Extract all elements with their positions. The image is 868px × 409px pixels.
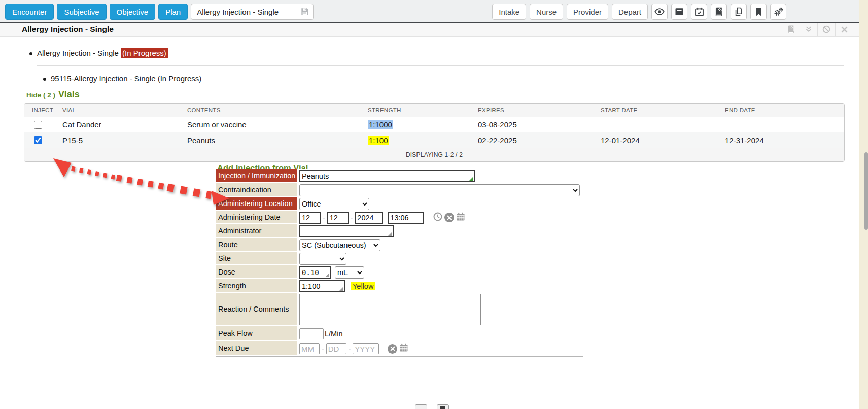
administering-date-year-input[interactable] (355, 212, 383, 224)
route-select[interactable]: SC (Subcutaneous) (299, 239, 380, 251)
next-due-month-input[interactable] (299, 343, 320, 354)
bottom-partial-button[interactable] (415, 404, 427, 409)
col-start-date[interactable]: START DATE (601, 107, 725, 113)
objective-button[interactable]: Objective (110, 4, 156, 20)
calendar-icon[interactable] (456, 212, 466, 224)
vial-contents: Serum or vaccine (187, 120, 368, 129)
route-label: Route (216, 238, 297, 252)
administrator-input[interactable] (299, 225, 394, 237)
contraindication-label: Contraindication (216, 183, 297, 197)
site-select[interactable] (299, 253, 346, 265)
encounter-list-item: Allergy Injection - Single (In Progress) (37, 49, 168, 57)
vials-legend-line (87, 96, 845, 96)
vials-legend: Vials (58, 89, 80, 100)
date-separator: - (322, 345, 324, 353)
panel-header-icons (782, 23, 853, 36)
contraindication-select[interactable] (299, 184, 580, 196)
injection-immunization-label: Injection / Immunization (216, 169, 297, 183)
page-title: Allergy Injection - Single (22, 25, 114, 34)
vial-row-p15-5: P15-5 Peanuts 1:100 02-22-2025 12-01-202… (24, 132, 844, 148)
save-icon[interactable] (300, 7, 310, 18)
date-separator: - (351, 214, 353, 222)
vial-strength-highlighted: 1:1000 (368, 120, 393, 129)
date-separator: - (323, 214, 325, 222)
status-badge: (In Progress) (121, 48, 168, 58)
col-expires[interactable]: EXPIRES (478, 107, 601, 113)
clear-date-icon[interactable] (444, 213, 454, 222)
list-divider (37, 65, 844, 66)
strength-label: Strength (216, 279, 297, 293)
strength-input[interactable] (299, 280, 345, 292)
vial-row-cat-dander: Cat Dander Serum or vaccine 1:1000 03-08… (24, 117, 844, 132)
bookmark-icon[interactable] (750, 4, 767, 20)
form-panel-header: Allergy Injection - Single (0, 23, 859, 37)
next-due-calendar-icon[interactable] (399, 343, 409, 355)
vial-name: Cat Dander (62, 120, 187, 129)
encounter-button[interactable]: Encounter (5, 4, 54, 20)
settings-gears-icon[interactable] (770, 4, 786, 20)
intake-button[interactable]: Intake (492, 4, 526, 20)
encounter-sub-item-text: 95115-Allergy Injection - Single (In Pro… (51, 74, 201, 83)
vials-table: INJECT VIAL CONTENTS STRENGTH EXPIRES ST… (24, 103, 845, 162)
site-label: Site (216, 252, 297, 265)
administering-location-select[interactable]: Office (299, 198, 369, 210)
inject-checkbox-cat-dander[interactable] (34, 121, 42, 129)
add-injection-form: Injection / Immunization Contraindicatio… (216, 169, 583, 357)
inject-checkbox-p15-5[interactable] (34, 136, 42, 144)
peak-flow-input[interactable] (299, 328, 324, 339)
plan-button[interactable]: Plan (158, 4, 188, 20)
dose-unit-select[interactable]: mL (335, 266, 364, 279)
reaction-comments-textarea[interactable] (299, 294, 481, 325)
reaction-comments-label: Reaction / Comments (216, 293, 297, 326)
next-due-day-input[interactable] (326, 343, 346, 354)
dose-label: Dose (216, 265, 297, 279)
vertical-scrollbar-thumb[interactable] (864, 152, 868, 230)
vial-start-date: 12-01-2024 (601, 136, 725, 145)
administering-time-input[interactable] (388, 212, 424, 224)
clock-icon[interactable] (433, 212, 443, 224)
vial-expires: 02-22-2025 (478, 136, 601, 145)
col-contents[interactable]: CONTENTS (187, 107, 368, 113)
panel-disable-icon[interactable] (817, 23, 835, 36)
strength-color-note: Yellow (351, 282, 375, 290)
vials-table-header: INJECT VIAL CONTENTS STRENGTH EXPIRES ST… (24, 104, 844, 117)
administering-date-day-input[interactable] (327, 212, 349, 224)
copy-icon[interactable] (731, 4, 747, 20)
col-inject: INJECT (32, 107, 62, 113)
hide-vials-link[interactable]: Hide ( 2 ) (26, 91, 55, 99)
table-paging-status: DISPLAYING 1-2 / 2 (24, 148, 844, 161)
administering-date-label: Administering Date (216, 211, 297, 224)
book-icon[interactable] (711, 4, 727, 20)
col-strength[interactable]: STRENGTH (368, 107, 478, 113)
template-selector[interactable]: Allergy Injection - Single (191, 4, 314, 20)
top-toolbar: Encounter Subjective Objective Plan Alle… (0, 0, 859, 23)
vial-expires: 03-08-2025 (478, 120, 601, 129)
encounter-item-text: Allergy Injection - Single (37, 49, 119, 57)
peak-flow-unit: L/Min (325, 330, 342, 338)
administrator-label: Administrator (216, 224, 297, 238)
col-vial[interactable]: VIAL (62, 107, 187, 113)
panel-close-icon[interactable] (835, 23, 853, 36)
toolbar-stage-group: Intake Nurse Provider Depart (492, 4, 786, 20)
subjective-button[interactable]: Subjective (57, 4, 106, 20)
panel-collapse-icon[interactable] (800, 23, 817, 36)
next-due-year-input[interactable] (353, 343, 379, 354)
calendar-check-icon[interactable] (691, 4, 707, 20)
panel-book-icon[interactable] (782, 23, 800, 36)
col-end-date[interactable]: END DATE (725, 107, 844, 113)
nurse-button[interactable]: Nurse (530, 4, 563, 20)
administering-date-month-input[interactable] (299, 212, 321, 224)
clear-next-due-icon[interactable] (388, 344, 397, 354)
injection-immunization-input[interactable] (299, 170, 475, 182)
peak-flow-label: Peak Flow (216, 326, 297, 341)
archive-box-icon[interactable] (671, 4, 687, 20)
vial-end-date: 12-31-2024 (725, 136, 844, 145)
dose-input[interactable] (299, 266, 331, 279)
eye-icon[interactable] (651, 4, 668, 20)
toolbar-nav-group: Encounter Subjective Objective Plan Alle… (5, 4, 314, 20)
bottom-partial-save-button[interactable] (437, 404, 449, 409)
encounter-sub-item: 95115-Allergy Injection - Single (In Pro… (51, 74, 201, 83)
vial-name: P15-5 (62, 136, 187, 145)
depart-button[interactable]: Depart (612, 4, 648, 20)
provider-button[interactable]: Provider (567, 4, 608, 20)
